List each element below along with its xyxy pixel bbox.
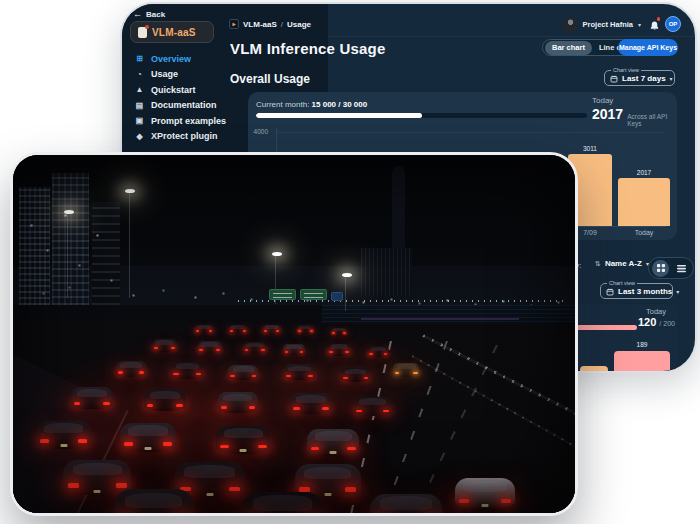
today-summary: Today 2017 Across all API Keys — [592, 96, 677, 127]
car — [229, 325, 247, 334]
car — [354, 397, 392, 417]
chart-view-label: Chart view — [611, 67, 641, 73]
usage-bar — [618, 178, 670, 226]
car — [328, 344, 351, 356]
back-arrow-icon: ← — [133, 9, 142, 19]
car — [242, 492, 324, 516]
car — [114, 489, 194, 516]
car — [297, 325, 314, 334]
sidebar-item-label: Usage — [151, 69, 178, 79]
gridline — [276, 132, 664, 133]
car — [120, 423, 176, 452]
chart-view-value: Last 3 months — [618, 287, 672, 296]
key-today-total: / 200 — [659, 320, 675, 327]
grid-icon: ⊞ — [134, 54, 145, 63]
car — [116, 361, 147, 377]
city-lights — [13, 155, 14, 156]
notifications-bell-icon[interactable] — [649, 18, 660, 30]
car — [37, 421, 91, 449]
car — [283, 344, 305, 355]
current-month-line: Current month: 15 000 / 30 000 — [256, 100, 367, 109]
car — [71, 387, 113, 409]
rocket-icon: ▲ — [134, 85, 145, 94]
car — [341, 367, 370, 382]
user-avatar-initials[interactable]: OP — [665, 16, 681, 32]
chevron-down-icon: ▾ — [670, 75, 673, 82]
notification-dot — [657, 17, 661, 21]
today-value: 2017 — [592, 106, 623, 122]
current-month-value: 15 000 / 30 000 — [312, 100, 368, 109]
today-caption: Across all API Keys — [627, 113, 677, 127]
car — [370, 494, 442, 517]
x-axis-label: Today — [622, 229, 666, 236]
key-bar-value-label: 189 — [622, 341, 662, 348]
prompt-icon: ▣ — [134, 116, 145, 125]
car — [218, 392, 258, 413]
bar-value-label: 3011 — [570, 145, 610, 152]
car — [455, 478, 515, 509]
overall-usage-heading: Overall Usage — [230, 72, 310, 86]
car — [144, 389, 186, 411]
workspace-switcher[interactable]: VLM-aaS — [130, 21, 214, 43]
breadcrumb-current: Usage — [287, 20, 311, 29]
page-title: VLM Inference Usage — [230, 40, 386, 57]
car — [307, 429, 359, 456]
sidebar-item-label: Quickstart — [151, 85, 196, 95]
bar-chart-segment[interactable]: Bar chart — [545, 41, 592, 55]
car — [393, 363, 419, 377]
car — [228, 365, 258, 381]
chart-view-label: Chart view — [607, 280, 637, 286]
sidebar-item-label: XProtect plugin — [151, 131, 218, 141]
breadcrumb-app-icon: ▸ — [229, 19, 239, 29]
back-button[interactable]: ← Back — [133, 9, 165, 19]
car — [171, 362, 203, 379]
list-view-button[interactable] — [673, 260, 690, 277]
plugin-icon: ◆ — [134, 132, 145, 141]
project-avatar[interactable] — [563, 17, 578, 32]
current-month-label: Current month: — [256, 100, 309, 109]
grid-view-button[interactable] — [652, 260, 669, 277]
manage-api-keys-button[interactable]: Manage API Keys — [618, 39, 678, 56]
car — [198, 341, 222, 354]
key-usage-bar — [614, 351, 670, 373]
project-name[interactable]: Project Hafnia — [583, 20, 633, 29]
monthly-progress-fill — [256, 113, 422, 118]
view-toggle — [648, 257, 694, 279]
sort-value: Name A-Z — [605, 259, 642, 268]
chevron-down-icon: ▾ — [676, 288, 679, 295]
key-today-label: Today — [646, 307, 666, 316]
car — [284, 364, 315, 380]
header-divider — [328, 36, 695, 37]
key-usage-bar — [580, 366, 608, 373]
car — [195, 325, 213, 334]
chart-view-value: Last 7 days — [622, 74, 666, 83]
breadcrumb-root[interactable]: VLM-aaS — [243, 20, 277, 29]
sidebar-item-label: Documentation — [151, 100, 217, 110]
back-label: Back — [146, 10, 165, 19]
book-icon: ▤ — [134, 101, 145, 110]
car — [216, 426, 270, 454]
car — [63, 460, 131, 495]
chevron-down-icon: ▾ — [638, 21, 641, 28]
breadcrumb[interactable]: ▸ VLM-aaS / Usage — [229, 19, 311, 29]
chart-view-dropdown-key[interactable]: Chart view Last 3 months ▾ — [600, 283, 673, 299]
account-area: Project Hafnia ▾ OP — [563, 15, 681, 33]
app-logo-text: VLM-aaS — [152, 27, 196, 38]
breadcrumb-separator: / — [281, 20, 283, 29]
y-axis-tick: 4000 — [248, 128, 268, 135]
sidebar-item-label: Overview — [151, 54, 191, 64]
app-logo-icon — [138, 27, 147, 38]
sidebar-item-label: Prompt examples — [151, 116, 226, 126]
key-today-summary: 120 / 200 — [638, 316, 675, 328]
key-today-value: 120 — [638, 316, 656, 328]
car — [368, 346, 389, 357]
sort-dropdown[interactable]: ⇅ Name A-Z ▾ — [595, 259, 649, 268]
traffic-photo — [10, 152, 578, 516]
chart-view-dropdown-overall[interactable]: Chart view Last 7 days ▾ — [604, 70, 675, 86]
car — [263, 325, 281, 334]
today-label: Today — [592, 96, 677, 105]
car — [243, 342, 266, 354]
car — [331, 328, 347, 336]
sort-icon: ⇅ — [595, 260, 601, 268]
traffic-cars — [13, 155, 575, 513]
